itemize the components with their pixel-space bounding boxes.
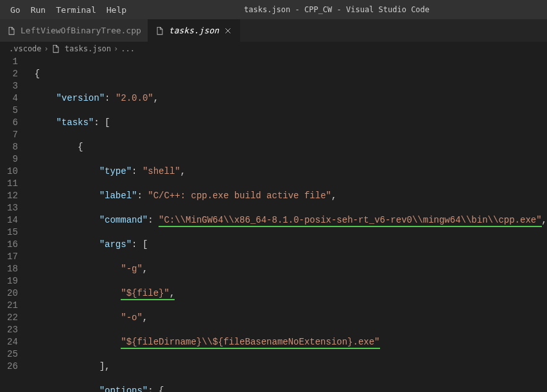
code-content[interactable]: { "version": "2.0.0", "tasks": [ { "type… xyxy=(30,56,547,392)
line-number: 15 xyxy=(0,226,18,239)
code-token: ], xyxy=(100,361,110,371)
code-token: "C:\\MinGW64\\x86_64-8.1.0-posix-seh-rt_… xyxy=(159,215,542,227)
code-token: { xyxy=(78,142,83,152)
tab-label: tasks.json xyxy=(169,26,219,35)
close-icon[interactable] xyxy=(223,26,233,36)
breadcrumb-file[interactable]: tasks.json xyxy=(51,44,111,53)
line-number: 14 xyxy=(0,214,18,226)
chevron-right-icon: › xyxy=(114,44,118,53)
line-number: 9 xyxy=(0,153,18,166)
code-token: { xyxy=(35,69,40,79)
file-icon xyxy=(6,26,17,36)
line-number: 11 xyxy=(0,178,18,190)
code-token: "${fileDirname}\\${fileBasenameNoExtensi… xyxy=(121,337,379,349)
code-token: "options" xyxy=(100,386,148,392)
code-token: "-o" xyxy=(121,312,143,323)
line-number: 1 xyxy=(0,56,18,68)
line-number: 5 xyxy=(0,105,18,117)
code-token: "2.0.0" xyxy=(116,93,153,103)
line-number: 3 xyxy=(0,80,18,92)
line-number: 18 xyxy=(0,263,18,275)
code-token: "type" xyxy=(100,166,132,176)
line-number: 12 xyxy=(0,190,18,202)
line-number: 22 xyxy=(0,312,18,324)
line-number: 8 xyxy=(0,141,18,153)
menubar: Go Run Terminal Help tasks.json - CPP_CW… xyxy=(0,0,547,19)
code-token: "-g" xyxy=(121,264,143,274)
line-number: 23 xyxy=(0,324,18,336)
line-number: 26 xyxy=(0,361,18,373)
line-number: 24 xyxy=(0,336,18,348)
breadcrumb-file-label: tasks.json xyxy=(65,44,111,53)
tab-label: LeftViewOfBinaryTree.cpp xyxy=(21,26,141,35)
breadcrumb-folder[interactable]: .vscode xyxy=(9,44,42,53)
code-token: "tasks" xyxy=(56,117,94,128)
line-number: 13 xyxy=(0,202,18,214)
line-number: 2 xyxy=(0,68,18,80)
line-number: 25 xyxy=(0,348,18,361)
code-token: "shell" xyxy=(143,166,180,176)
menu-help[interactable]: Help xyxy=(101,0,132,19)
window-title: tasks.json - CPP_CW - Visual Studio Code xyxy=(132,5,542,14)
line-number: 19 xyxy=(0,275,18,287)
chevron-right-icon: › xyxy=(44,44,49,53)
tab-tasks-json[interactable]: tasks.json xyxy=(148,19,240,42)
breadcrumb[interactable]: .vscode › tasks.json › ... xyxy=(0,42,547,56)
code-token: "${file}" xyxy=(121,288,169,300)
line-number: 6 xyxy=(0,117,18,129)
editor[interactable]: 1 2 3 4 5 6 7 8 9 10 11 12 13 14 15 16 1… xyxy=(0,56,547,392)
menu-terminal[interactable]: Terminal xyxy=(51,0,101,19)
line-number: 4 xyxy=(0,92,18,105)
line-number: 20 xyxy=(0,287,18,300)
line-number: 21 xyxy=(0,300,18,312)
menu-go[interactable]: Go xyxy=(5,0,26,19)
code-token: "args" xyxy=(100,239,132,250)
file-icon xyxy=(155,26,165,36)
menu-run[interactable]: Run xyxy=(26,0,51,19)
line-number: 17 xyxy=(0,251,18,263)
line-gutter: 1 2 3 4 5 6 7 8 9 10 11 12 13 14 15 16 1… xyxy=(0,56,30,392)
line-number: 16 xyxy=(0,239,18,251)
tabbar: LeftViewOfBinaryTree.cpp tasks.json xyxy=(0,19,547,42)
code-token: "command" xyxy=(100,215,148,225)
code-token: "version" xyxy=(56,93,105,103)
code-token: "label" xyxy=(100,191,137,201)
breadcrumb-more[interactable]: ... xyxy=(121,44,135,53)
tab-leftviewofbinarytree[interactable]: LeftViewOfBinaryTree.cpp xyxy=(0,19,148,42)
line-number: 10 xyxy=(0,166,18,178)
code-token: "C/C++: cpp.exe build active file" xyxy=(148,191,331,201)
line-number: 7 xyxy=(0,129,18,141)
